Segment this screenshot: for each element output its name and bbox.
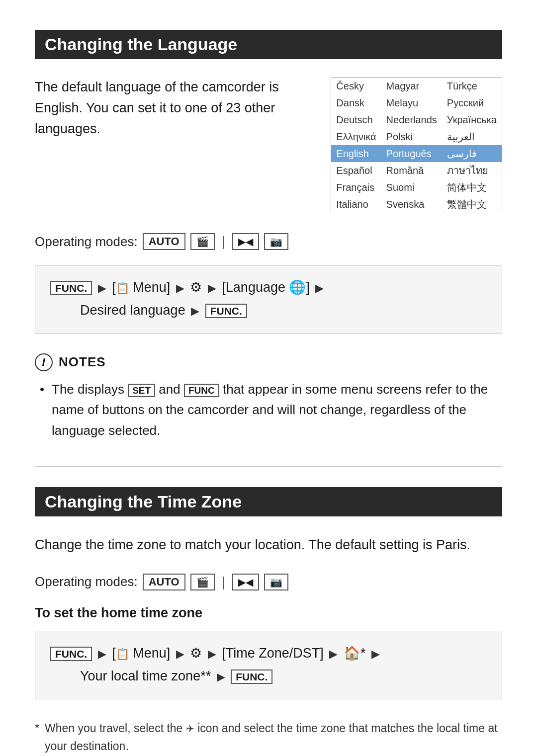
footer-notes: * When you travel, select the ✈ icon and… (35, 719, 502, 756)
operating-modes-2: Operating modes: AUTO 🎬 | ▶◀ 📷 (35, 574, 502, 590)
cam-mode-icon-2: 📷 (264, 574, 288, 590)
tz-text: [Time Zone/DST] (222, 646, 324, 661)
menu-text-1: [📋 Menu] (112, 280, 170, 295)
notes-item-1: The displays SET and FUNC that appear in… (40, 379, 502, 441)
table-row: EspañolRomânăภาษาไทย (331, 162, 502, 179)
auto-badge-1: AUTO (143, 233, 185, 250)
pipe-divider-2: | (222, 574, 225, 590)
menu-text-2: [📋 Menu] (112, 646, 170, 661)
instruction-box-2: FUNC. ▶ [📋 Menu] ▶ ⚙ ▶ [Time Zone/DST] ▶… (35, 631, 502, 699)
func-badge-1a: FUNC. (50, 281, 92, 295)
func-badge-2a: FUNC. (50, 647, 92, 661)
playback-mode-icon-2: ▶◀ (232, 574, 259, 590)
settings-icon-1: ⚙ (190, 280, 202, 295)
table-row: DeutschNederlandsУкраїнська (331, 111, 502, 128)
section1: Changing the Language The default langua… (35, 30, 502, 334)
arrow-1a: ▶ (98, 282, 106, 294)
arrow-1e: ▶ (191, 305, 199, 317)
op-modes-label-2: Operating modes: (35, 574, 138, 589)
arrow-2c: ▶ (208, 648, 216, 660)
table-row: ItalianoSvenska繁體中文 (331, 196, 502, 213)
instruction-line2: Desired language ▶ FUNC. (50, 299, 487, 322)
local-tz-text: Your local time zone** (80, 669, 211, 683)
table-row-highlighted: EnglishPortuguêsفارسی (331, 145, 502, 162)
home-icon: 🏠* (344, 646, 366, 661)
movie-mode-icon-2: 🎬 (190, 574, 215, 590)
func-badge-note: FUNC (184, 384, 219, 397)
arrow-1d: ▶ (315, 282, 324, 294)
table-row: FrançaisSuomi简体中文 (331, 179, 502, 196)
info-icon: i (35, 353, 53, 371)
notes-header: i NOTES (35, 353, 502, 371)
section2-description: Change the time zone to match your locat… (35, 534, 502, 556)
table-row: ČeskyMagyarTürkçe (331, 78, 502, 94)
section-divider (35, 466, 502, 467)
arrow-2d: ▶ (329, 648, 338, 660)
func-badge-1b: FUNC. (205, 304, 247, 318)
section1-description: The default language of the camcorder is… (35, 77, 311, 140)
table-row: DanskMelayuРусский (331, 94, 502, 111)
section1-heading: Changing the Language (35, 30, 502, 59)
arrow-2e: ▶ (371, 648, 380, 660)
notes-list: The displays SET and FUNC that appear in… (35, 379, 502, 441)
notes-title: NOTES (59, 354, 106, 370)
footnote-1: * When you travel, select the ✈ icon and… (35, 719, 502, 756)
section2-heading: Changing the Time Zone (35, 487, 502, 516)
arrow-2b: ▶ (176, 648, 184, 660)
footnote-marker-1: * (35, 719, 39, 738)
section2: Changing the Time Zone Change the time z… (35, 487, 502, 756)
lang-content: The default language of the camcorder is… (35, 77, 502, 213)
settings-icon-2: ⚙ (190, 646, 202, 661)
language-text-1: [Language 🌐] (222, 280, 310, 295)
arrow-2a: ▶ (98, 648, 106, 660)
cam-mode-icon-1: 📷 (264, 233, 288, 250)
plane-icon: ✈ (186, 723, 194, 734)
arrow-1b: ▶ (176, 282, 184, 294)
desired-lang-text: Desired language (80, 303, 185, 318)
op-modes-label-1: Operating modes: (35, 234, 138, 250)
func-badge-2b: FUNC. (231, 670, 272, 684)
operating-modes-1: Operating modes: AUTO 🎬 | ▶◀ 📷 (35, 233, 502, 250)
instruction-line1: FUNC. ▶ [📋 Menu] ▶ ⚙ ▶ [Language 🌐] ▶ (50, 276, 487, 299)
set-badge: SET (128, 384, 155, 397)
auto-badge-2: AUTO (143, 574, 185, 590)
arrow-2f: ▶ (217, 671, 225, 683)
table-row: ΕλληνικάPolskiالعربية (331, 128, 502, 145)
pipe-divider-1: | (222, 234, 225, 250)
arrow-1c: ▶ (208, 282, 216, 294)
instruction-line3: FUNC. ▶ [📋 Menu] ▶ ⚙ ▶ [Time Zone/DST] ▶… (50, 642, 487, 665)
instruction-line4: Your local time zone** ▶ FUNC. (50, 665, 487, 688)
notes-section: i NOTES The displays SET and FUNC that a… (35, 353, 502, 441)
sub-heading-timzone: To set the home time zone (35, 605, 502, 621)
playback-mode-icon-1: ▶◀ (232, 233, 259, 250)
instruction-box-1: FUNC. ▶ [📋 Menu] ▶ ⚙ ▶ [Language 🌐] ▶ De… (35, 265, 502, 334)
language-table: ČeskyMagyarTürkçe DanskMelayuРусский Deu… (331, 77, 502, 213)
movie-mode-icon-1: 🎬 (190, 233, 215, 250)
